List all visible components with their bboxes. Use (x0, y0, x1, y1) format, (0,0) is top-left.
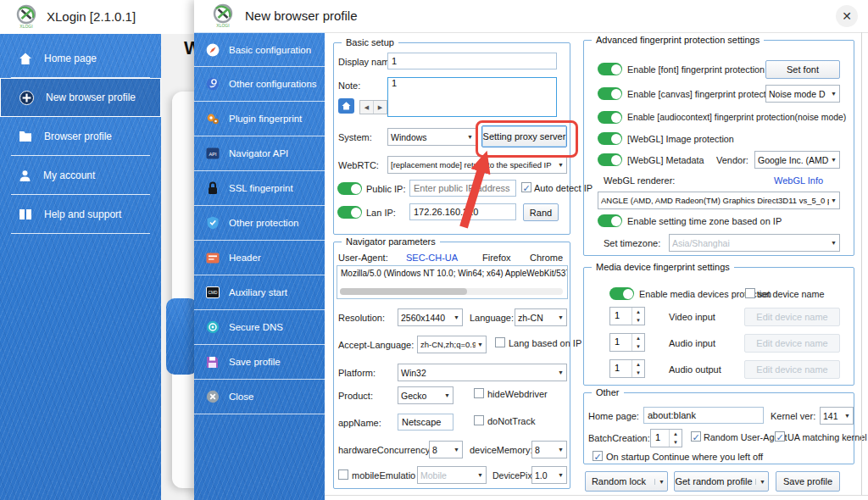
canvas-noise-mode-select[interactable]: Noise mode D ▼ (765, 85, 840, 103)
chevron-down-icon: ▼ (476, 342, 483, 347)
webgl-info-link[interactable]: WebGL Info (774, 175, 823, 186)
home-page-input[interactable] (643, 407, 764, 424)
audio-output-count-stepper[interactable]: 1 ▲▼ (609, 359, 645, 378)
main-window-title: XLogin [2.1.0.1] (47, 9, 136, 24)
sidebar-item-help-and-support[interactable]: Help and support (0, 195, 161, 234)
startup-continue-checkbox[interactable]: ✓ (593, 451, 603, 461)
spinner-down-icon[interactable]: ▼ (632, 316, 644, 325)
public-ip-input[interactable] (409, 180, 516, 197)
webgl-image-toggle[interactable] (598, 132, 622, 145)
chevron-down-icon: ▼ (843, 413, 850, 419)
chrome-link[interactable]: Chrome (530, 253, 563, 263)
nav-item-header[interactable]: Header (194, 241, 325, 275)
spinner-up-icon[interactable]: ▲ (632, 360, 644, 369)
ua-matching-kernel-checkbox[interactable]: ✓ (775, 431, 785, 442)
mobile-emulation-checkbox[interactable] (338, 469, 348, 480)
device-memory-select[interactable]: 8 ▼ (531, 441, 567, 458)
nav-item-other-protection[interactable]: Other protection (194, 206, 325, 241)
nav-item-plugin-fingerprint[interactable]: Plugin fingerprint (194, 102, 325, 136)
sidebar-item-my-account[interactable]: My account (0, 156, 161, 195)
set-device-name-checkbox[interactable] (745, 288, 755, 298)
webgl-renderer-select[interactable]: ANGLE (AMD, AMD Radeon(TM) Graphics Dire… (598, 192, 840, 209)
batch-creation-stepper[interactable]: 1 ▲▼ (650, 429, 682, 447)
audiocontext-protection-toggle[interactable] (598, 111, 622, 124)
system-select[interactable]: Windows ▼ (387, 128, 476, 146)
font-protection-toggle[interactable] (598, 63, 622, 75)
screen: XLOGI XLogin [2.1.0.1] Home page New bro… (0, 0, 868, 500)
nav-item-basic-configuration[interactable]: Basic configuration (194, 32, 325, 67)
ua-scrollbar-track[interactable] (340, 288, 563, 295)
next-note-button[interactable]: ▶ (373, 101, 387, 114)
hardware-concurrency-select[interactable]: 8 ▼ (429, 441, 463, 458)
firefox-link[interactable]: Firefox (482, 253, 511, 263)
nav-item-close[interactable]: Close (194, 380, 325, 414)
chevron-down-icon: ▼ (556, 162, 564, 168)
nav-item-navigator-api[interactable]: API Navigator API (194, 136, 325, 171)
hide-webdriver-checkbox[interactable] (474, 388, 484, 398)
lan-ip-toggle[interactable] (337, 206, 362, 219)
resolution-select[interactable]: 2560x1440 ▼ (398, 308, 463, 326)
platform-select[interactable]: Win32 ▼ (398, 364, 567, 381)
note-textarea[interactable]: 1 (387, 77, 557, 117)
nav-item-ssl-fingerprint[interactable]: SSL fingerprint (194, 171, 325, 206)
sidebar-item-new-browser-profile[interactable]: New browser profile (0, 78, 161, 117)
chevron-down-icon[interactable]: ▼ (755, 479, 765, 485)
spinner-up-icon[interactable]: ▲ (670, 430, 682, 438)
do-not-track-checkbox[interactable] (474, 415, 484, 425)
lang-based-on-ip-checkbox[interactable] (495, 337, 505, 347)
user-agent-box[interactable]: Mozilla/5.0 (Windows NT 10.0; Win64; x64… (337, 265, 568, 299)
nav-item-other-configurations[interactable]: Other configurations (194, 67, 325, 102)
media-devices-toggle[interactable] (609, 287, 634, 300)
video-input-count-stepper[interactable]: 1 ▲▼ (609, 307, 645, 325)
do-not-track-label: doNotTrack (487, 416, 535, 426)
prev-note-button[interactable]: ◀ (360, 101, 373, 114)
set-font-button[interactable]: Set font (765, 60, 840, 79)
audio-input-count-stepper[interactable]: 1 ▲▼ (609, 333, 645, 352)
edit-audio-input-device-button[interactable]: Edit device name (744, 334, 840, 353)
save-profile-button[interactable]: Save profile (776, 471, 840, 492)
spinner-down-icon[interactable]: ▼ (670, 438, 682, 447)
kernel-ver-select[interactable]: 141 ▼ (820, 407, 854, 425)
random-user-agent-checkbox[interactable]: ✓ (691, 431, 701, 442)
vendor-select[interactable]: Google Inc. (AMD ▼ (754, 151, 840, 169)
user-agent-label: User-Agent: (338, 253, 388, 263)
spinner-down-icon[interactable]: ▼ (632, 342, 644, 351)
rand-button[interactable]: Rand (523, 203, 559, 221)
set-timezone-select[interactable]: Asia/Shanghai ▼ (669, 234, 840, 252)
accept-language-select[interactable]: zh-CN,zh;q=0.9 ▼ (417, 336, 487, 353)
random-lock-button[interactable]: Random lock ▼ (585, 471, 668, 492)
auto-detect-ip-checkbox[interactable]: ✓ (521, 182, 531, 192)
home-page-label: Home page: (588, 411, 639, 421)
product-select[interactable]: Gecko ▼ (398, 386, 453, 404)
mobile-emulation-select[interactable]: Mobile ▼ (417, 466, 487, 484)
display-name-input[interactable] (387, 53, 557, 69)
edit-video-device-button[interactable]: Edit device name (744, 308, 840, 326)
lan-ip-input[interactable] (409, 203, 516, 220)
webgl-metadata-toggle[interactable] (598, 153, 622, 166)
edit-audio-output-device-button[interactable]: Edit device name (744, 360, 840, 379)
ua-scrollbar-thumb[interactable] (340, 288, 467, 295)
nav-item-secure-dns[interactable]: Secure DNS (194, 310, 325, 345)
home-page-icon-button[interactable] (338, 98, 354, 114)
audiocontext-protection-label: Enable [audiocontext] fingerprint protec… (627, 113, 846, 122)
spinner-down-icon[interactable]: ▼ (632, 369, 644, 377)
sidebar-item-browser-profile[interactable]: Browser profile (0, 117, 161, 156)
public-ip-toggle[interactable] (337, 182, 362, 195)
get-random-profile-button[interactable]: Get random profile ▼ (674, 471, 769, 492)
gears-icon (205, 112, 220, 126)
nav-item-save-profile[interactable]: Save profile (194, 345, 325, 380)
sidebar-item-home-page[interactable]: Home page (0, 39, 161, 78)
close-icon[interactable]: ✕ (836, 5, 858, 27)
device-pixel-ratio-select[interactable]: 1.0 ▼ (531, 466, 567, 484)
webrtc-select[interactable]: [replacement mode] return to the specifi… (387, 156, 567, 174)
language-select[interactable]: zh-CN ▼ (515, 308, 567, 326)
sec-ch-ua-link[interactable]: SEC-CH-UA (406, 253, 458, 263)
timezone-by-ip-toggle[interactable] (598, 214, 622, 227)
chevron-down-icon[interactable]: ▼ (654, 479, 665, 485)
save-icon (205, 355, 220, 369)
spinner-up-icon[interactable]: ▲ (632, 334, 644, 342)
spinner-up-icon[interactable]: ▲ (632, 308, 644, 316)
nav-item-auxiliary-start[interactable]: CMD Auxiliary start (194, 275, 325, 310)
canvas-protection-toggle[interactable] (598, 87, 622, 100)
appname-input[interactable] (398, 414, 453, 431)
